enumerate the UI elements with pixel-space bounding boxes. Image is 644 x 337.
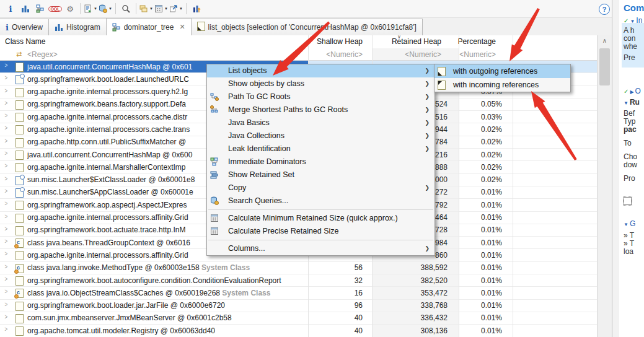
expand-chevron-icon[interactable]: > <box>5 74 8 81</box>
expand-chevron-icon[interactable]: > <box>5 150 8 157</box>
expand-chevron-icon[interactable]: > <box>5 238 8 245</box>
percentage-value: 0.01% <box>456 213 502 222</box>
table-row[interactable]: >org.springframework.boot.autoconfigure.… <box>0 274 597 287</box>
expand-chevron-icon[interactable]: > <box>5 200 8 207</box>
dominator-tree-icon[interactable] <box>33 2 47 15</box>
scrollbar-up-icon[interactable]: ∧ <box>598 35 612 47</box>
menu-item-leak-identification[interactable]: Leak Identification❯ <box>207 142 434 155</box>
chevron-down-icon[interactable]: ▼ <box>630 19 635 24</box>
chevron-down-icon[interactable]: ▼ <box>624 222 629 227</box>
tab-overview[interactable]: iOverview <box>0 19 49 35</box>
expand-chevron-icon[interactable]: > <box>5 263 8 270</box>
cheatsheet-text: dow <box>624 160 637 169</box>
compare-icon[interactable] <box>190 2 203 15</box>
expand-chevron-icon[interactable]: > <box>5 87 8 94</box>
menu-item-path-to-gc-roots[interactable]: Path To GC Roots❯ <box>207 90 434 103</box>
cheatsheet-line[interactable]: ▼Ru <box>624 98 640 107</box>
filter-shallow-heap[interactable]: <Numeric> <box>288 50 363 59</box>
query-browser-icon[interactable]: ▼ <box>99 2 112 15</box>
submenu-item-label: with incoming references <box>453 81 539 89</box>
menu-item-label: Java Basics <box>228 118 270 127</box>
info-icon[interactable]: i <box>4 2 17 15</box>
expand-chevron-icon[interactable]: > <box>5 175 8 182</box>
cheatsheet-text: loa <box>624 247 633 256</box>
expand-chevron-icon[interactable]: > <box>5 301 8 308</box>
expand-chevron-icon[interactable]: > <box>5 138 8 144</box>
menu-item-show-objects-by-class[interactable]: Show objects by class❯ <box>207 77 434 90</box>
expand-chevron-icon[interactable]: > <box>5 250 8 257</box>
menu-item-search-queries[interactable]: Search Queries... <box>207 195 434 208</box>
dropdown-caret-icon[interactable]: ▼ <box>179 7 183 11</box>
tree-icon <box>112 23 121 32</box>
table-row[interactable]: >com.sun.jmx.mbeanserver.JmxMBeanServer … <box>0 312 597 325</box>
expand-chevron-icon[interactable]: > <box>5 125 8 131</box>
table-row[interactable]: >cclass java.io.ObjectStreamClass$Caches… <box>0 287 597 299</box>
cheatsheet-text: pac <box>624 125 637 134</box>
class-name: org.springframework.boot.autoconfigure.c… <box>27 276 308 285</box>
vertical-scrollbar[interactable]: ∧ <box>597 35 612 337</box>
expand-chevron-icon[interactable]: > <box>5 162 8 169</box>
menu-item-label: Calculate Precise Retained Size <box>228 227 339 235</box>
menu-item-java-collections[interactable]: Java Collections❯ <box>207 129 434 142</box>
menu-item-columns[interactable]: Columns...❯ <box>207 242 434 255</box>
retained-heap-value: 388,592 <box>375 263 448 272</box>
menu-item-show-retained-set[interactable]: Show Retained Set <box>207 168 434 182</box>
dropdown-caret-icon[interactable]: ▼ <box>108 7 112 11</box>
cheatsheet-line[interactable]: ✓▼In <box>624 16 642 25</box>
tab-dominator_tree[interactable]: dominator_tree✕ <box>106 18 192 35</box>
cheatsheet-line[interactable] <box>624 197 632 207</box>
search-icon[interactable] <box>119 2 133 15</box>
calculate-retained-icon[interactable]: ▼ <box>154 2 168 15</box>
percentage-value: 0.03% <box>456 113 502 121</box>
expand-chevron-icon[interactable]: > <box>5 100 8 107</box>
class-name: class java.lang.invoke.MethodType @ 0x60… <box>27 263 308 272</box>
classloader-icon <box>15 75 24 86</box>
menu-item-list-objects[interactable]: List objects❯ <box>207 64 434 77</box>
filter-class-name[interactable]: <Regex> <box>27 50 58 59</box>
expand-chevron-icon[interactable]: > <box>5 313 8 320</box>
menu-item-copy[interactable]: Copy❯ <box>207 182 434 195</box>
dropdown-caret-icon[interactable]: ▼ <box>164 7 168 11</box>
menu-item-calculate-precise-retained-size[interactable]: Calculate Precise Retained Size <box>207 225 434 238</box>
submenu-item-label: with outgoing references <box>453 67 537 76</box>
expand-chevron-icon[interactable]: > <box>5 62 8 69</box>
tab-list_objects[interactable]: list_objects [selection of 'ConcurrentHa… <box>191 19 423 35</box>
menu-item-label: Calculate Minimum Retained Size (quick a… <box>228 214 398 222</box>
oql-icon[interactable]: OQL <box>48 2 62 15</box>
table-row[interactable]: >org.apache.tomcat.util.modeler.Registry… <box>0 325 597 337</box>
chevron-right-icon[interactable]: ▶ <box>630 89 633 95</box>
expand-chevron-icon[interactable]: > <box>5 213 8 220</box>
help-icon[interactable]: ? <box>599 4 610 15</box>
menu-item-calculate-minimum-retained-size-quick-approx[interactable]: Calculate Minimum Retained Size (quick a… <box>207 212 434 225</box>
table-row[interactable]: >org.springframework.boot.loader.jar.Jar… <box>0 300 597 312</box>
toolbar-separator <box>115 3 116 14</box>
grouping-icon[interactable]: ▼ <box>139 2 153 15</box>
cheatsheet-line[interactable]: ✓▶O <box>624 87 641 95</box>
column-header-shallow-heap[interactable]: Shallow Heap <box>288 37 363 46</box>
settings-gear-icon[interactable]: ⚙ <box>63 2 77 15</box>
tab-histogram[interactable]: Histogram <box>48 19 107 35</box>
expand-chevron-icon[interactable]: > <box>5 276 8 282</box>
histogram-icon[interactable] <box>19 2 32 15</box>
export-icon[interactable]: ▼ <box>169 2 183 15</box>
submenu-item-with-outgoing-references[interactable]: with outgoing references <box>434 64 570 78</box>
expand-chevron-icon[interactable]: > <box>5 112 8 119</box>
menu-item-immediate-dominators[interactable]: Immediate Dominators <box>207 155 434 168</box>
table-row[interactable]: >cclass java.lang.invoke.MethodType @ 0x… <box>0 262 597 274</box>
cheatsheet-line[interactable]: ▼G <box>624 219 635 228</box>
menu-item-merge-shortest-paths-to-gc-roots[interactable]: Merge Shortest Paths to GC Roots❯ <box>207 103 434 116</box>
expand-chevron-icon[interactable]: > <box>5 288 8 295</box>
dropdown-caret-icon[interactable]: ▼ <box>94 7 97 11</box>
tab-close-icon[interactable]: ✕ <box>179 23 185 31</box>
expand-chevron-icon[interactable]: > <box>5 225 8 232</box>
chevron-down-icon[interactable]: ▼ <box>624 100 629 106</box>
scrollbar-thumb[interactable] <box>599 48 610 85</box>
menu-item-java-basics[interactable]: Java Basics❯ <box>207 116 434 129</box>
expand-chevron-icon[interactable]: > <box>5 188 8 195</box>
immediate-dominators-icon <box>210 157 219 166</box>
dropdown-caret-icon[interactable]: ▼ <box>149 7 153 11</box>
expand-chevron-icon[interactable]: > <box>5 326 8 333</box>
open-report-icon[interactable]: ▼ <box>84 2 97 15</box>
column-header-class-name[interactable]: Class Name <box>5 37 45 46</box>
submenu-item-with-incoming-references[interactable]: with incoming references <box>434 78 570 92</box>
